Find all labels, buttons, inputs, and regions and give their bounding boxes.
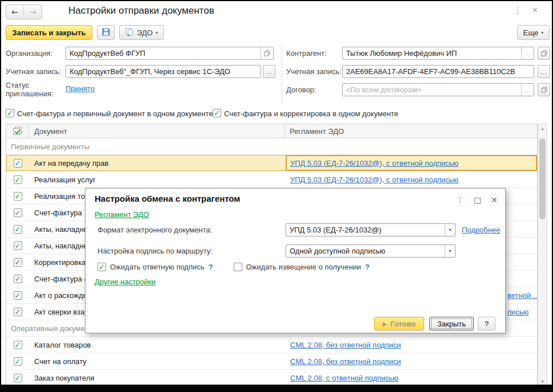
table-group-row[interactable]: Первичные документы (6, 138, 537, 155)
counterparty-open-button[interactable] (538, 47, 550, 60)
dropdown-caret-icon: ▾ (541, 30, 543, 35)
row-checkbox[interactable]: ✓ (14, 291, 22, 300)
combo-dropdown-icon[interactable]: ▾ (445, 245, 455, 257)
table-row[interactable]: ✓Реализация услугУПД 5.03 (ЕД-7-26/1032@… (6, 172, 537, 188)
regulation-link[interactable]: CML 2.08, без ответной подписи (290, 357, 401, 366)
dialog-maximize-icon[interactable]: □ (474, 195, 481, 205)
select-all-checkbox[interactable] (6, 124, 29, 138)
row-checkbox[interactable]: ✓ (14, 374, 22, 382)
close-button[interactable]: Закрыть (429, 317, 474, 330)
account-id-field[interactable]: 2AE69EA8A17-AFDF-4EF7-AC99-AE38BB110C2B (342, 65, 534, 78)
dialog-checkbox-row: ✓ Ожидать ответную подпись ? Ожидать изв… (97, 263, 369, 271)
wait-receipt-help-icon[interactable]: ? (365, 263, 369, 271)
row-checkbox[interactable]: ✓ (14, 192, 22, 201)
row-checkbox[interactable]: ✓ (14, 258, 22, 267)
select-icon[interactable]: ... (521, 84, 534, 96)
invoice-correction-checkbox[interactable]: ✓ (213, 109, 221, 117)
combo-dropdown-icon[interactable]: ▾ (445, 224, 455, 236)
regulation-link[interactable]: писью (507, 308, 528, 316)
reglament-edo-link[interactable]: Регламент ЭДО (95, 210, 149, 219)
organization-label: Организация: (6, 49, 52, 58)
counterparty-field[interactable]: Тытюк Любомир Нефёдович ИП ... (342, 47, 534, 60)
wait-signature-help-icon[interactable]: ? (209, 263, 213, 271)
account-select-button[interactable]: ... (263, 65, 275, 78)
row-checkbox[interactable]: ✓ (14, 275, 22, 283)
account-label: Учетная запись: (6, 67, 61, 76)
document-name: Заказ покупателя (29, 374, 286, 382)
row-checkbox[interactable]: ✓ (14, 341, 22, 349)
save-button[interactable] (97, 25, 115, 40)
row-checkbox[interactable]: ✓ (14, 242, 22, 250)
invoice-correction-label: Счет-фактура и корректировка в одном док… (224, 109, 399, 118)
row-checkbox[interactable]: ✓ (14, 159, 22, 168)
wait-signature-checkbox[interactable]: ✓ (97, 263, 106, 271)
edo-exchange-icon (125, 27, 134, 38)
invoice-primary-label: Счет-фактура и первичный документ в одно… (17, 109, 213, 118)
format-combobox[interactable]: УПД 5.03 (ЕД-7-26/1032@) ▾ (286, 223, 456, 236)
play-icon: ▶ (383, 321, 387, 327)
nav-history-group: ← → (6, 5, 42, 19)
window-kebab-icon[interactable]: ⋮ (514, 6, 522, 15)
dialog-title: Настройка обмена с контрагентом (95, 194, 240, 203)
document-name: Реализация услуг (29, 175, 286, 184)
dialog-kebab-icon[interactable]: ⋮ (456, 195, 463, 204)
contract-field[interactable]: <По всем договорам> ... (342, 83, 534, 96)
table-row[interactable]: ✓Счет на оплатуCML 2.08, без ответной по… (6, 353, 537, 370)
table-header: Документ Регламент ЭДО (6, 124, 537, 138)
scroll-down-icon[interactable]: ▾ (538, 379, 547, 384)
forward-button[interactable]: → (24, 5, 42, 19)
regulation-link[interactable]: CML 2.08, без ответной подписи (290, 341, 401, 349)
wait-receipt-checkbox[interactable] (234, 263, 242, 271)
column-header-reglament[interactable]: Регламент ЭДО (285, 127, 537, 136)
scroll-up-icon[interactable]: ▴ (538, 126, 547, 131)
open-icon[interactable] (261, 47, 273, 59)
route-label: Настройка подпись по маршруту: (97, 247, 213, 255)
account-field[interactable]: КодПродуктВеб"_ФГУП, Через сервис 1С-ЭДО (66, 65, 261, 78)
regulation-link[interactable]: УПД 5.03 (ЕД-7-26/1032@), с ответной под… (290, 175, 458, 184)
format-label: Формат электронного документа: (97, 226, 212, 234)
route-combobox[interactable]: Одной доступной подписью ▾ (286, 244, 456, 258)
wait-signature-label: Ожидать ответную подпись (110, 263, 205, 271)
regulation-link[interactable]: CML 2.08, с ответной подписью (290, 374, 399, 382)
invitation-status-link[interactable]: Принято (66, 84, 95, 93)
details-link[interactable]: Подробнее (462, 226, 500, 234)
row-checkbox[interactable]: ✓ (14, 175, 22, 184)
back-button[interactable]: ← (6, 5, 24, 19)
row-checkbox[interactable]: ✓ (14, 209, 22, 217)
save-and-close-button[interactable]: Записать и закрыть (6, 25, 92, 40)
reglament-cell[interactable]: УПД 5.03 (ЕД-7-26/1032@), с ответной под… (286, 172, 537, 187)
account-id-select-button[interactable]: ... (538, 65, 550, 78)
app-window: ← → Настройки отправки документов ⋮ ✕ За… (0, 0, 553, 392)
reglament-cell[interactable]: CML 2.08, с ответной подписью (286, 370, 537, 386)
table-row[interactable]: ✓Акт на передачу правУПД 5.03 (ЕД-7-26/1… (6, 155, 537, 172)
regulation-link[interactable]: УПД 5.03 (ЕД-7-26/1032@), с ответной под… (290, 159, 458, 168)
table-row[interactable]: ✓Каталог товаровCML 2.08, без ответной п… (6, 337, 537, 353)
row-checkbox[interactable]: ✓ (14, 357, 22, 366)
organization-field[interactable]: КодПродуктВеб ФГУП (66, 47, 274, 60)
exchange-settings-dialog: Настройка обмена с контрагентом ⋮ □ ✕ Ре… (85, 188, 506, 333)
invoice-primary-checkbox[interactable]: ✓ (6, 109, 14, 117)
contract-label: Договор: (286, 85, 316, 94)
scrollbar-thumb[interactable] (539, 138, 546, 219)
contract-open-button[interactable] (538, 83, 550, 96)
done-button[interactable]: ▶ Готово (374, 317, 424, 330)
more-button[interactable]: Еще▾ (517, 25, 550, 40)
reglament-cell[interactable]: CML 2.08, без ответной подписи (286, 353, 537, 369)
edo-menu-button[interactable]: ЭДО▾ (119, 25, 164, 40)
reglament-cell[interactable]: УПД 5.03 (ЕД-7-26/1032@), с ответной под… (286, 155, 537, 171)
reglament-cell[interactable]: CML 2.08, без ответной подписи (286, 337, 537, 353)
help-button[interactable]: ? (478, 317, 495, 330)
row-checkbox[interactable]: ✓ (14, 225, 22, 234)
document-name: Каталог товаров (29, 341, 286, 349)
other-settings-link[interactable]: Другие настройки (95, 277, 156, 286)
bottom-edge-bar (1, 385, 552, 391)
regulation-link[interactable]: ветной ... (507, 291, 537, 300)
table-scrollbar[interactable]: ▴ ▾ (538, 124, 547, 386)
window-close-icon[interactable]: ✕ (532, 6, 538, 14)
dialog-close-icon[interactable]: ✕ (491, 195, 498, 205)
counterparty-label: Контрагент: (286, 49, 327, 58)
column-header-document[interactable]: Документ (29, 124, 285, 138)
row-checkbox[interactable]: ✓ (14, 308, 22, 316)
select-icon[interactable]: ... (521, 47, 534, 59)
table-row[interactable]: ✓Заказ покупателяCML 2.08, с ответной по… (6, 370, 537, 386)
